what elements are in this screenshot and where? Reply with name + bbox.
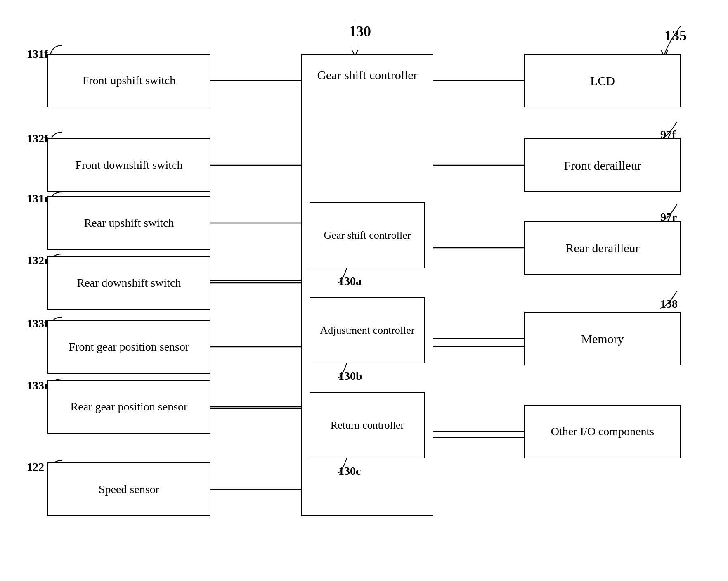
label-130b: 130b	[338, 370, 362, 383]
label-132r: 132r	[27, 254, 49, 267]
label-131r: 131r	[27, 192, 49, 205]
front-downshift-switch-box: Front downshift switch	[47, 138, 210, 192]
label-130: 130	[349, 23, 371, 40]
label-130a: 130a	[338, 275, 362, 288]
label-138: 138	[660, 297, 678, 311]
label-135: 135	[664, 27, 687, 44]
gear-shift-sub-box: Gear shift controller	[310, 202, 425, 268]
front-upshift-switch-box: Front upshift switch	[47, 54, 210, 107]
label-130c: 130c	[338, 465, 361, 478]
speed-sensor-box: Speed sensor	[47, 462, 210, 516]
label-131f: 131f	[27, 47, 48, 61]
other-io-box: Other I/O components	[524, 405, 681, 458]
rear-downshift-switch-box: Rear downshift switch	[47, 256, 210, 310]
memory-box: Memory	[524, 312, 681, 365]
front-derailleur-box: Front derailleur	[524, 138, 681, 192]
lcd-box: LCD	[524, 54, 681, 107]
adjustment-ctrl-box: Adjustment controller	[310, 297, 425, 363]
rear-upshift-switch-box: Rear upshift switch	[47, 196, 210, 250]
rear-derailleur-box: Rear derailleur	[524, 221, 681, 275]
main-controller-label: Gear shift controller	[308, 67, 426, 83]
label-133f: 133f	[27, 317, 48, 330]
diagram: 131f Front upshift switch 132f Front dow…	[0, 0, 728, 581]
label-133r: 133r	[27, 379, 49, 392]
rear-gear-sensor-box: Rear gear position sensor	[47, 380, 210, 434]
label-122: 122	[27, 460, 44, 474]
return-ctrl-box: Return controller	[310, 392, 425, 458]
front-gear-sensor-box: Front gear position sensor	[47, 320, 210, 374]
label-132f: 132f	[27, 132, 48, 145]
